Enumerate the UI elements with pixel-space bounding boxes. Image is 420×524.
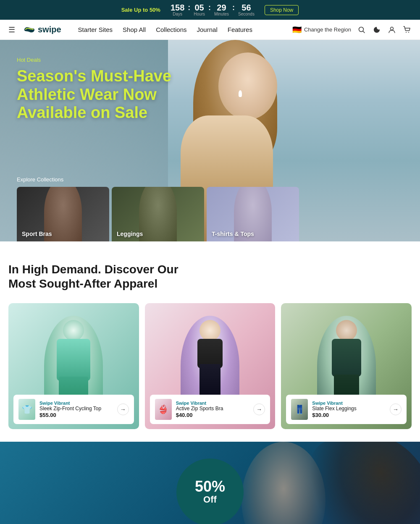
explore-collections: Explore Collections Sport Bras Leggings [0,176,420,241]
product-text-1: Swipe Vibrant Sleek Zip-Front Cycling To… [39,401,113,419]
product-thumb-2: 👙 [155,399,172,420]
collection-card-tshirts[interactable]: T-shirts & Tops [207,187,299,241]
hours-label: Hours [194,12,205,16]
product-info-card-3: 👖 Swipe Vibrant Slate Flex Leggings $30.… [286,395,407,424]
cart-icon[interactable] [402,25,412,34]
seconds-value: 56 [242,3,251,12]
svg-point-2 [391,27,394,30]
product-text-3: Swipe Vibrant Slate Flex Leggings $30.00 [312,401,386,419]
product-thumb-1: 👕 [18,399,35,420]
product-arrow-btn-3[interactable]: → [390,403,402,415]
product-brand-3: Swipe Vibrant [312,401,386,406]
product-name-2: Active Zip Sports Bra [176,406,249,412]
sport-bras-label: Sport Bras [22,231,52,237]
nav-right: 🇩🇪 Change the Region [292,25,412,34]
sale-bg-hair [273,442,420,524]
days-value: 158 [171,3,184,12]
logo-icon [24,26,35,34]
sale-text: Sale Up to 50% [121,7,160,13]
sale-off: Off [203,494,217,505]
countdown-days: 158 Days [171,3,184,16]
region-label: Change the Region [304,26,351,33]
hero-title: Season's Must-Have Athletic Wear Now Ava… [17,67,176,122]
sale-circle: 50% Off [176,458,244,524]
sep3: : [232,3,235,12]
nav-collections[interactable]: Collections [156,26,186,33]
leggings-label: Leggings [117,231,143,237]
product-name-3: Slate Flex Leggings [312,406,386,412]
product-info-card-1: 👕 Swipe Vibrant Sleek Zip-Front Cycling … [13,395,134,424]
sep2: : [208,3,211,12]
nav-links: Starter Sites Shop All Collections Journ… [78,26,284,33]
collection-cards: Sport Bras Leggings T-shirts & Tops [17,187,403,241]
countdown-minutes: 29 Minutes [214,3,229,16]
minutes-value: 29 [217,3,226,12]
site-logo[interactable]: swipe [24,25,61,34]
logo-text: swipe [38,25,61,34]
hero-tag: Hot Deals [17,57,176,63]
flag-icon: 🇩🇪 [292,25,302,34]
product-brand-1: Swipe Vibrant [39,401,113,406]
countdown: 158 Days : 05 Hours : 29 Minutes : 56 Se… [171,3,255,16]
navbar: ☰ swipe Starter Sites Shop All Collectio… [0,20,420,40]
product-text-2: Swipe Vibrant Active Zip Sports Bra $40.… [176,401,249,419]
sale-percentage: 50% [195,479,225,494]
sale-section: 50% Off Half Price on All Sportswear [0,442,420,524]
days-label: Days [173,12,182,16]
seconds-label: Seconds [238,12,255,16]
product-info-card-2: 👙 Swipe Vibrant Active Zip Sports Bra $4… [150,395,270,424]
product-card-1[interactable]: 👕 Swipe Vibrant Sleek Zip-Front Cycling … [8,303,139,429]
search-icon[interactable] [357,25,366,34]
demand-title: In High Demand. Discover Our Most Sought… [8,262,185,291]
product-brand-2: Swipe Vibrant [176,401,249,406]
nav-shop-all[interactable]: Shop All [123,26,146,33]
svg-point-3 [406,32,407,33]
explore-label: Explore Collections [17,176,403,183]
account-icon[interactable] [387,25,396,34]
hero-section: Hot Deals Season's Must-Have Athletic We… [0,40,420,241]
product-price-2: $40.00 [176,412,249,418]
product-card-2[interactable]: 👙 Swipe Vibrant Active Zip Sports Bra $4… [145,303,276,429]
top-banner: Sale Up to 50% 158 Days : 05 Hours : 29 … [0,0,420,20]
sep1: : [188,3,190,12]
product-card-3[interactable]: 👖 Swipe Vibrant Slate Flex Leggings $30.… [281,303,412,429]
countdown-seconds: 56 Seconds [238,3,255,16]
collection-card-leggings[interactable]: Leggings [112,187,204,241]
product-grid: 👕 Swipe Vibrant Sleek Zip-Front Cycling … [8,303,412,429]
hero-content: Hot Deals Season's Must-Have Athletic We… [17,57,176,122]
minutes-label: Minutes [214,12,229,16]
product-thumb-3: 👖 [291,399,308,420]
product-arrow-btn-1[interactable]: → [117,403,129,415]
product-price-1: $55.00 [39,412,113,418]
collection-card-sport-bras[interactable]: Sport Bras [17,187,109,241]
region-selector[interactable]: 🇩🇪 Change the Region [292,25,351,34]
demand-section: In High Demand. Discover Our Most Sought… [0,241,420,442]
svg-point-0 [359,27,364,31]
product-name-1: Sleek Zip-Front Cycling Top [39,406,113,412]
nav-journal[interactable]: Journal [197,26,218,33]
hours-value: 05 [195,3,204,12]
tshirts-label: T-shirts & Tops [212,231,254,237]
countdown-hours: 05 Hours [194,3,205,16]
hamburger-icon[interactable]: ☰ [8,25,15,34]
product-price-3: $30.00 [312,412,386,418]
product-arrow-btn-2[interactable]: → [253,403,265,415]
nav-features[interactable]: Features [228,26,252,33]
nav-starter-sites[interactable]: Starter Sites [78,26,113,33]
svg-point-4 [408,32,409,33]
shop-now-button[interactable]: Shop Now [265,5,299,15]
theme-toggle-icon[interactable] [372,25,381,34]
svg-line-1 [363,31,365,33]
